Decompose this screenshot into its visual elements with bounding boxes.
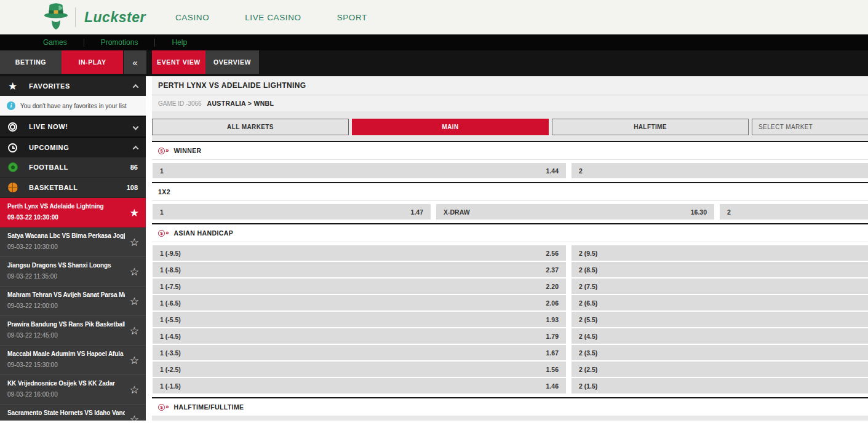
- favorite-star-icon[interactable]: [130, 207, 139, 219]
- selection-label: 1 (-4.5): [160, 333, 181, 340]
- sport-count: 86: [130, 164, 138, 171]
- favorite-star-icon[interactable]: [130, 354, 139, 367]
- secondary-nav: Games Promotions Help: [0, 34, 868, 50]
- market-filter-button[interactable]: SELECT MARKET: [752, 119, 868, 135]
- match-time: 09-03-22 12:00:00: [7, 302, 125, 309]
- odds-button[interactable]: 2 (8.5): [571, 262, 868, 277]
- tab-event-view[interactable]: EVENT VIEW: [152, 50, 205, 74]
- nav-link[interactable]: CASINO: [175, 13, 209, 22]
- match-list-item[interactable]: Satya Wacana Lbc VS Bima Perkasa Jogja 0…: [0, 227, 146, 257]
- odds-value: 1.56: [546, 366, 559, 373]
- upcoming-header[interactable]: UPCOMING: [0, 136, 146, 157]
- odds-row: 1 (-6.5) 2.06 2 (6.5): [153, 295, 868, 310]
- market-filter-button[interactable]: ALL MARKETS: [152, 119, 349, 135]
- odds-button[interactable]: 2 (4.5): [571, 328, 868, 344]
- game-id: GAME ID -3066: [158, 100, 202, 107]
- match-name: Maccabi Maale Adumim VS Hapoel Afula: [7, 350, 125, 357]
- odds-button[interactable]: 1 (-4.5) 1.79: [153, 328, 566, 344]
- brand-divider: [75, 7, 76, 27]
- market-halftime-fulltime-header[interactable]: $ » HALFTIME/FULLTIME: [152, 398, 868, 416]
- odds-button[interactable]: 1 (-9.5) 2.56: [153, 245, 566, 261]
- odds-button[interactable]: 1 (-2.5) 1.56: [153, 362, 566, 377]
- luckster-logo-icon[interactable]: [43, 2, 69, 32]
- nav-link[interactable]: LIVE CASINO: [245, 13, 301, 22]
- nav-link-help[interactable]: Help: [172, 38, 187, 47]
- favorites-empty-message: You don't have any favorites in your lis…: [20, 103, 127, 109]
- odds-button[interactable]: 1 (-5.5) 1.93: [153, 312, 566, 327]
- selection-label: 2 (3.5): [579, 349, 597, 357]
- match-list-item[interactable]: Sacramento State Hornets VS Idaho Vandal…: [0, 405, 146, 421]
- match-list-item[interactable]: Mahram Tehran VS Avijeh Sanat Parsa Mash…: [0, 287, 146, 316]
- odds-value: 2.56: [546, 250, 559, 257]
- match-list-item[interactable]: Maccabi Maale Adumim VS Hapoel Afula 09-…: [0, 346, 146, 375]
- selection-label: 1 (-5.5): [160, 316, 181, 323]
- odds-button[interactable]: 1 1.47: [153, 204, 431, 219]
- odds-value: 1.44: [546, 167, 559, 175]
- brand-name[interactable]: Luckster: [84, 9, 146, 26]
- odds-button[interactable]: X-DRAW 16.30: [436, 204, 714, 219]
- match-list-item[interactable]: KK Vrijednosnice Osijek VS KK Zadar 09-0…: [0, 375, 146, 405]
- selection-label: 1 (-1.5): [160, 382, 181, 390]
- favorite-star-icon[interactable]: [130, 236, 139, 249]
- odds-value: 2.20: [546, 283, 559, 290]
- sidebar-collapse-icon[interactable]: «: [124, 50, 146, 74]
- market-asian-handicap-header[interactable]: $ » ASIAN HANDICAP: [152, 224, 868, 242]
- nav-link-promotions[interactable]: Promotions: [101, 38, 138, 47]
- odds-button[interactable]: 1 (-7.5) 2.20: [153, 279, 566, 294]
- selection-label: 2 (9.5): [579, 250, 597, 257]
- favorite-star-icon[interactable]: [130, 384, 139, 397]
- tab-inplay[interactable]: IN-PLAY: [62, 50, 123, 74]
- tab-overview[interactable]: OVERVIEW: [205, 50, 259, 74]
- live-now-title: LIVE NOW!: [29, 123, 133, 130]
- market-1x2-header[interactable]: 1X2: [152, 183, 868, 201]
- nav-link-games[interactable]: Games: [43, 38, 67, 47]
- odds-button[interactable]: 2 (5.5): [571, 312, 868, 327]
- chevron-up-icon[interactable]: [133, 84, 139, 90]
- odds-button[interactable]: 2 (1.5): [571, 378, 868, 393]
- market-filter-button[interactable]: MAIN: [352, 119, 549, 135]
- odds-button[interactable]: 1 (-6.5) 2.06: [153, 295, 566, 310]
- odds-button[interactable]: 2 (6.5): [571, 295, 868, 310]
- basketball-icon: [8, 183, 18, 192]
- favorite-star-icon[interactable]: [130, 413, 139, 421]
- selection-label: 2 (2.5): [579, 366, 597, 373]
- match-list-item[interactable]: Jiangsu Dragons VS Shanxi Loongs 09-03-2…: [0, 257, 146, 287]
- sidebar-item-football[interactable]: ⬟ FOOTBALL 86: [0, 157, 146, 178]
- market-title: WINNER: [174, 147, 202, 154]
- odds-row: 1 (-8.5) 2.37 2 (8.5): [153, 262, 868, 277]
- match-name: Perth Lynx VS Adelaide Lightning: [7, 203, 125, 210]
- odds-button[interactable]: 1 1.44: [153, 163, 566, 178]
- match-list-item[interactable]: Prawira Bandung VS Rans Pik Basketball C…: [0, 316, 146, 346]
- odds-button[interactable]: 2 (3.5): [571, 345, 868, 360]
- odds-button[interactable]: 1 (-3.5) 1.67: [153, 345, 566, 360]
- selection-label: 1 (-6.5): [160, 299, 181, 307]
- match-name: Jiangsu Dragons VS Shanxi Loongs: [7, 262, 125, 269]
- odds-button[interactable]: 1 (-8.5) 2.37: [153, 262, 566, 277]
- nav-link[interactable]: SPORT: [337, 13, 367, 22]
- sidebar-item-basketball[interactable]: BASKETBALL 108: [0, 178, 146, 198]
- odds-button[interactable]: 1 (-1.5) 1.46: [153, 378, 566, 393]
- match-list-item[interactable]: Perth Lynx VS Adelaide Lightning 09-03-2…: [0, 198, 146, 227]
- favorite-star-icon[interactable]: [130, 266, 139, 279]
- match-name: Prawira Bandung VS Rans Pik Basketball C…: [7, 321, 125, 328]
- favorite-star-icon[interactable]: [130, 325, 139, 338]
- favorite-star-icon[interactable]: [130, 295, 139, 308]
- selection-label: 2 (8.5): [579, 266, 597, 274]
- tab-betting[interactable]: BETTING: [0, 50, 62, 74]
- odds-button[interactable]: 2: [571, 163, 868, 178]
- odds-button[interactable]: 2 (7.5): [571, 279, 868, 294]
- chevron-up-icon[interactable]: [133, 145, 139, 151]
- odds-button[interactable]: 2 (2.5): [571, 362, 868, 377]
- favorites-header[interactable]: ★ FAVORITES: [0, 76, 146, 96]
- selection-label: 2 (1.5): [579, 382, 597, 390]
- odds-button[interactable]: 2 (9.5): [571, 245, 868, 261]
- upcoming-match-list: Perth Lynx VS Adelaide Lightning 09-03-2…: [0, 198, 146, 421]
- live-now-header[interactable]: LIVE NOW!: [0, 116, 146, 136]
- odds-button[interactable]: 2: [720, 204, 868, 219]
- market-filter-button[interactable]: HALFTIME: [552, 119, 749, 135]
- upcoming-title: UPCOMING: [29, 144, 133, 151]
- odds-value: 2.06: [546, 299, 559, 307]
- football-icon: ⬟: [8, 162, 18, 172]
- chevron-down-icon[interactable]: [133, 124, 139, 130]
- market-winner-header[interactable]: $ » WINNER: [152, 142, 868, 160]
